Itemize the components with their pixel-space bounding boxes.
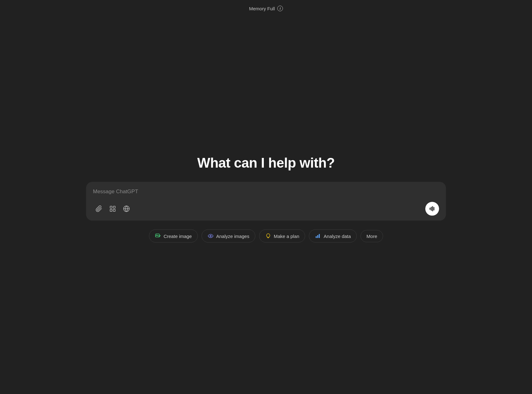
create-image-label: Create image (164, 233, 192, 239)
more-pill[interactable]: More (361, 230, 383, 242)
paperclip-icon (95, 205, 102, 212)
svg-rect-3 (113, 209, 115, 211)
analyze-data-label: Analyze data (324, 233, 351, 239)
message-input[interactable] (93, 188, 439, 196)
svg-rect-16 (319, 234, 320, 238)
search-web-button[interactable] (120, 203, 132, 215)
svg-rect-14 (316, 236, 317, 238)
info-icon[interactable] (277, 6, 283, 11)
attach-button[interactable] (93, 203, 105, 215)
globe-icon (123, 205, 130, 212)
svg-point-11 (156, 235, 157, 235)
make-a-plan-label: Make a plan (274, 233, 299, 239)
tools-icon (109, 205, 116, 212)
create-image-pill[interactable]: Create image (149, 230, 198, 243)
eye-icon (207, 233, 214, 239)
toolbar-left (93, 203, 132, 215)
chart-icon (315, 233, 321, 239)
main-content: What can I help with? (86, 155, 446, 243)
memory-status-text: Memory Full (249, 6, 275, 11)
top-bar: Memory Full (0, 0, 532, 17)
make-a-plan-pill[interactable]: Make a plan (259, 230, 305, 243)
action-pills: Create image Analyze images Make a pl (149, 230, 383, 243)
tools-button[interactable] (107, 203, 119, 215)
main-heading: What can I help with? (197, 155, 335, 171)
analyze-images-pill[interactable]: Analyze images (202, 230, 255, 243)
svg-rect-2 (110, 209, 112, 211)
more-label: More (366, 233, 377, 239)
svg-rect-1 (113, 206, 115, 208)
analyze-images-label: Analyze images (216, 233, 249, 239)
analyze-data-pill[interactable]: Analyze data (309, 230, 357, 243)
mic-bars-icon (429, 205, 436, 212)
svg-point-13 (210, 236, 211, 236)
svg-rect-6 (430, 208, 431, 210)
lightbulb-icon (265, 233, 271, 239)
image-icon (155, 233, 161, 239)
svg-rect-8 (432, 206, 433, 211)
svg-rect-9 (433, 207, 434, 210)
message-input-container (86, 182, 446, 221)
voice-input-button[interactable] (425, 202, 439, 216)
svg-rect-7 (431, 207, 432, 211)
svg-rect-0 (110, 206, 112, 208)
input-toolbar (93, 202, 439, 216)
svg-rect-15 (317, 235, 318, 238)
